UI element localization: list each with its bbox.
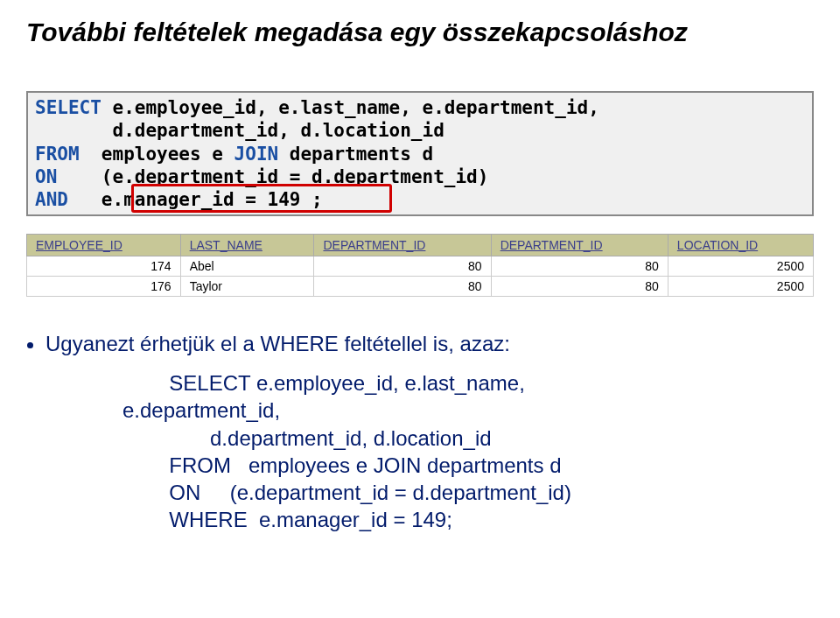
- cell: 2500: [668, 277, 813, 297]
- bullet-item: Ugyanezt érhetjük el a WHERE feltétellel…: [46, 332, 814, 356]
- cell: 80: [491, 256, 668, 277]
- col-department-id-2: DEPARTMENT_ID: [491, 235, 668, 256]
- code-text: d.department_id, d.location_id: [35, 120, 444, 141]
- sql-code-block-1: SELECT e.employee_id, e.last_name, e.dep…: [26, 91, 814, 216]
- cell: Abel: [180, 256, 314, 277]
- col-last-name: LAST_NAME: [180, 235, 314, 256]
- table-row: 174 Abel 80 80 2500: [27, 256, 814, 277]
- cell: 80: [491, 277, 668, 297]
- cell: 174: [27, 256, 181, 277]
- table-row: 176 Taylor 80 80 2500: [27, 277, 814, 297]
- code-text: [102, 97, 113, 118]
- kw-select: SELECT: [35, 97, 102, 118]
- cell: 2500: [668, 256, 813, 277]
- result-table: EMPLOYEE_ID LAST_NAME DEPARTMENT_ID DEPA…: [26, 234, 814, 297]
- code-line: d.department_id, d.location_id: [122, 426, 492, 450]
- code-line: ON (e.department_id = d.department_id): [122, 481, 571, 504]
- table-header-row: EMPLOYEE_ID LAST_NAME DEPARTMENT_ID DEPA…: [27, 235, 814, 256]
- bullet-list: Ugyanezt érhetjük el a WHERE feltétellel…: [26, 332, 814, 356]
- code-line: FROM employees e JOIN departments d: [122, 453, 562, 477]
- sql-code-block-2: SELECT e.employee_id, e.last_name, e.dep…: [122, 369, 814, 533]
- col-employee-id: EMPLOYEE_ID: [27, 235, 181, 256]
- kw-from: FROM: [35, 144, 80, 165]
- col-location-id: LOCATION_ID: [668, 235, 813, 256]
- code-text: employees e: [80, 144, 234, 165]
- kw-on: ON: [35, 166, 57, 187]
- code-line: SELECT e.employee_id, e.last_name,: [122, 371, 525, 395]
- code-text: e.employee_id, e.last_name, e.department…: [113, 97, 599, 118]
- highlight-box: [131, 184, 392, 213]
- cell: 80: [314, 256, 491, 277]
- code-text: departments d: [278, 144, 433, 165]
- code-line: e.department_id,: [122, 398, 280, 422]
- cell: 176: [27, 277, 181, 297]
- cell: Taylor: [180, 277, 314, 297]
- kw-and: AND: [35, 189, 68, 210]
- kw-join: JOIN: [234, 144, 279, 165]
- cell: 80: [314, 277, 491, 297]
- code-line: WHERE e.manager_id = 149;: [122, 508, 452, 531]
- col-department-id-1: DEPARTMENT_ID: [314, 235, 491, 256]
- page-title: További feltételek megadása egy összekap…: [26, 18, 814, 47]
